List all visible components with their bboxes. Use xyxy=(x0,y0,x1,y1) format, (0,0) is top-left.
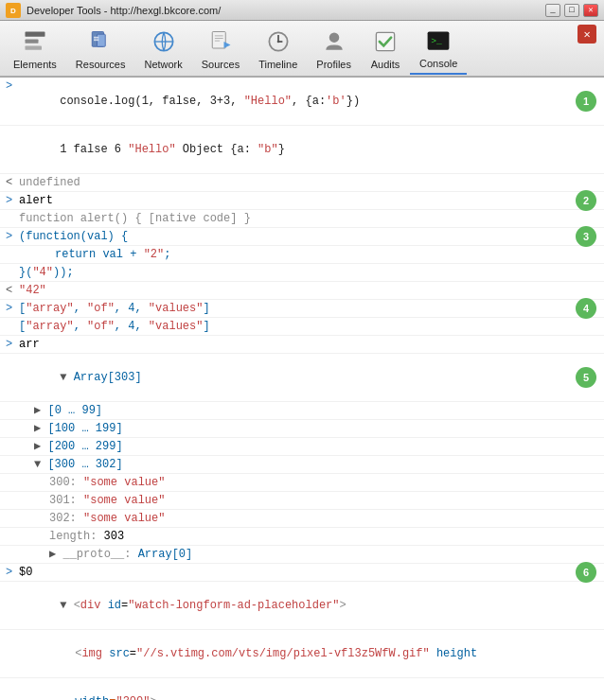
tab-console-label: Console xyxy=(419,58,457,69)
tab-elements[interactable]: Elements xyxy=(4,23,66,74)
prompt-23: > xyxy=(6,565,19,580)
console-line-5: function alert() { [native code] } xyxy=(0,210,604,228)
svg-rect-11 xyxy=(212,32,225,49)
console-line-1: > console.log(1, false, 3+3, "Hello", {a… xyxy=(0,78,604,126)
badge-5: 5 xyxy=(576,367,596,388)
console-output-5: function alert() { [native code] } xyxy=(19,211,600,226)
console-line-15: ▶ [100 … 199] xyxy=(0,420,604,438)
svg-point-20 xyxy=(329,32,339,43)
console-line-4: > alert 2 xyxy=(0,192,604,210)
console-input-12: arr xyxy=(19,337,600,352)
tab-console[interactable]: >_ Console xyxy=(410,22,467,75)
console-output[interactable]: > console.log(1, false, 3+3, "Hello", {a… xyxy=(0,78,604,700)
console-output-21: length: 303 xyxy=(19,529,600,544)
toolbar: Elements Resources Network xyxy=(0,21,604,78)
prompt-9: < xyxy=(6,283,19,298)
svg-rect-8 xyxy=(94,39,98,41)
console-output-3: undefined xyxy=(19,175,600,190)
badge-6: 6 xyxy=(576,562,596,583)
console-output-13: ▼ Array[303] xyxy=(19,355,600,400)
svg-text:>_: >_ xyxy=(431,36,442,46)
console-line-14: ▶ [0 … 99] xyxy=(0,402,604,420)
badge-1: 1 xyxy=(576,91,596,112)
console-line-18: 300: "some value" xyxy=(0,474,604,492)
tab-profiles[interactable]: Profiles xyxy=(307,23,361,74)
console-line-10: > ["array", "of", 4, "values"] 4 xyxy=(0,300,604,318)
elements-icon xyxy=(20,26,50,57)
window-controls: _ □ ✕ xyxy=(545,4,598,17)
console-input-1: console.log(1, false, 3+3, "Hello", {a:'… xyxy=(19,79,600,124)
console-output-25: <img src="//s.vtimg.com/vts/img/pixel-vf… xyxy=(19,631,600,676)
maximize-button[interactable]: □ xyxy=(564,4,579,17)
network-icon xyxy=(149,26,179,57)
prompt-10: > xyxy=(6,301,19,316)
svg-text:D: D xyxy=(10,7,16,15)
panel-close-button[interactable]: ✕ xyxy=(577,25,596,44)
profiles-icon xyxy=(319,26,349,57)
console-input-6: (function(val) { xyxy=(19,229,600,244)
console-line-21: length: 303 xyxy=(0,528,604,546)
console-output-20: 302: "some value" xyxy=(19,511,600,526)
console-input-10: ["array", "of", 4, "values"] xyxy=(19,301,600,316)
badge-2: 2 xyxy=(576,190,596,211)
console-line-25b: width="300"> xyxy=(0,678,604,700)
console-output-15: ▶ [100 … 199] xyxy=(19,421,600,436)
tab-sources-label: Sources xyxy=(202,59,240,70)
tab-network[interactable]: Network xyxy=(134,23,191,74)
console-line-16: ▶ [200 … 299] xyxy=(0,438,604,456)
svg-rect-3 xyxy=(25,39,38,43)
svg-point-19 xyxy=(276,41,279,44)
console-line-25: <img src="//s.vtimg.com/vts/img/pixel-vf… xyxy=(0,630,604,678)
console-output-18: 300: "some value" xyxy=(19,475,600,490)
tab-timeline[interactable]: Timeline xyxy=(249,23,307,74)
console-line-6: > (function(val) { 3 xyxy=(0,228,604,246)
tab-audits[interactable]: Audits xyxy=(361,23,410,74)
svg-rect-4 xyxy=(25,45,42,49)
console-output-16: ▶ [200 … 299] xyxy=(19,439,600,454)
console-line-19: 301: "some value" xyxy=(0,492,604,510)
console-line-11: ["array", "of", 4, "values"] xyxy=(0,318,604,336)
console-line-23: > $0 6 xyxy=(0,564,604,582)
prompt-6: > xyxy=(6,229,19,244)
prompt-4: > xyxy=(6,193,19,208)
console-line-12: > arr xyxy=(0,336,604,354)
console-line-24: ▼ <div id="watch-longform-ad-placeholder… xyxy=(0,582,604,630)
tab-resources[interactable]: Resources xyxy=(66,23,135,74)
badge-3: 3 xyxy=(576,226,596,247)
close-window-button[interactable]: ✕ xyxy=(583,4,598,17)
title-bar: D Developer Tools - http://hexgl.bkcore.… xyxy=(0,0,604,21)
svg-marker-15 xyxy=(223,42,230,48)
console-output-17: ▼ [300 … 302] xyxy=(19,457,600,472)
tab-audits-label: Audits xyxy=(371,59,400,70)
console-output-2: 1 false 6 "Hello" Object {a: "b"} xyxy=(19,127,600,172)
tab-timeline-label: Timeline xyxy=(258,59,297,70)
console-input-23: $0 xyxy=(19,565,600,580)
console-output-19: 301: "some value" xyxy=(19,493,600,508)
app-icon: D xyxy=(6,3,21,18)
console-line-9: < "42" xyxy=(0,282,604,300)
console-line-3: < undefined xyxy=(0,174,604,192)
tab-network-label: Network xyxy=(144,59,182,70)
console-line-17: ▼ [300 … 302] xyxy=(0,456,604,474)
console-icon: >_ xyxy=(423,26,453,56)
svg-rect-2 xyxy=(25,32,44,37)
console-input-7: return val + "2"; xyxy=(32,247,600,262)
console-input-4: alert xyxy=(19,193,600,208)
prompt-3: < xyxy=(6,175,19,190)
tab-sources[interactable]: Sources xyxy=(192,23,249,74)
console-line-7: return val + "2"; xyxy=(0,246,604,264)
tab-profiles-label: Profiles xyxy=(316,59,351,70)
badge-4: 4 xyxy=(576,298,596,319)
prompt-icon: > xyxy=(6,79,19,94)
console-output-14: ▶ [0 … 99] xyxy=(19,403,600,418)
tab-resources-label: Resources xyxy=(76,59,126,70)
audits-icon xyxy=(370,26,400,57)
console-output-24: ▼ <div id="watch-longform-ad-placeholder… xyxy=(19,583,600,628)
minimize-button[interactable]: _ xyxy=(545,4,560,17)
window-title: Developer Tools - http://hexgl.bkcore.co… xyxy=(27,5,545,16)
timeline-icon xyxy=(263,26,293,57)
console-output-25b: width="300"> xyxy=(19,679,600,700)
prompt-12: > xyxy=(6,337,19,352)
tab-elements-label: Elements xyxy=(13,59,57,70)
console-input-8: }("4")); xyxy=(19,265,600,280)
